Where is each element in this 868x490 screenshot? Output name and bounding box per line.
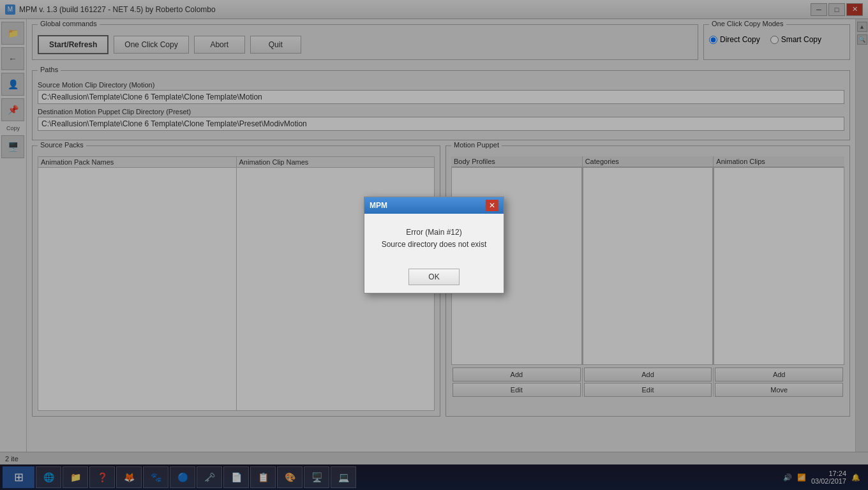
modal-title: MPM: [370, 201, 387, 210]
modal-error-line2: Source directory does not exist: [380, 239, 488, 251]
modal-footer: OK: [364, 264, 504, 293]
modal-body: Error (Main #12) Source directory does n…: [364, 214, 504, 264]
modal-error-line1: Error (Main #12): [380, 226, 488, 239]
modal-close-button[interactable]: ✕: [486, 200, 498, 211]
modal-dialog: MPM ✕ Error (Main #12) Source directory …: [364, 197, 504, 293]
modal-overlay: MPM ✕ Error (Main #12) Source directory …: [0, 0, 868, 490]
modal-title-bar: MPM ✕: [364, 197, 504, 214]
modal-ok-button[interactable]: OK: [408, 269, 460, 285]
